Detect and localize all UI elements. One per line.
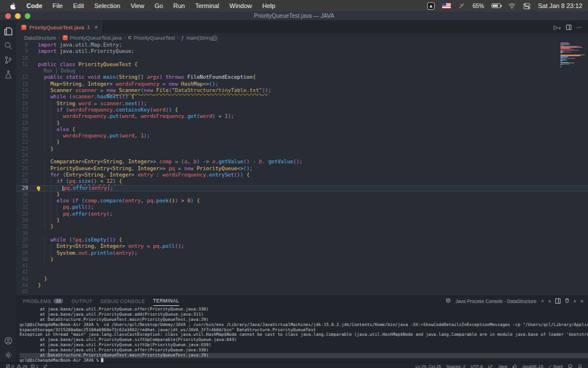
split-terminal-icon[interactable] bbox=[555, 298, 560, 304]
encoding[interactable]: UTF-8 bbox=[470, 364, 482, 368]
explorer-icon[interactable] bbox=[1, 24, 15, 39]
code-row[interactable]: 13 Map<String, Integer> wordsFrequency =… bbox=[16, 81, 588, 87]
tab-priorityqueuetest-java[interactable]: PriorityQueueTest.java 1 × bbox=[16, 21, 103, 33]
code-row[interactable]: 45 bbox=[16, 289, 588, 295]
line-number[interactable]: 36 bbox=[16, 231, 33, 237]
menu-item-edit[interactable]: Edit bbox=[68, 2, 89, 9]
line-number[interactable]: 17 bbox=[16, 107, 33, 113]
line-number[interactable]: 9 bbox=[16, 48, 33, 55]
line-number[interactable]: 21 bbox=[16, 133, 33, 139]
line-number[interactable]: 31 bbox=[16, 198, 33, 204]
code-row[interactable]: 14 Scanner scanner = new Scanner(new Fil… bbox=[16, 87, 588, 94]
line-number[interactable]: 34 bbox=[16, 217, 33, 224]
code-row[interactable]: 29 pq.offer(entry); bbox=[16, 185, 588, 191]
code-lens-run-debug[interactable]: Run | Debug bbox=[38, 68, 75, 74]
menu-item-view[interactable]: View bbox=[125, 2, 149, 9]
line-number[interactable]: 18 bbox=[16, 113, 33, 120]
code-row[interactable]: 28 if (pq.size() < 12) { bbox=[16, 178, 588, 185]
java-se-version[interactable]: JavaSE-15 bbox=[522, 364, 543, 368]
menu-bar-clock[interactable]: Sat Jan 8 23:12 bbox=[538, 2, 582, 9]
line-number[interactable]: 15 bbox=[16, 94, 33, 100]
line-number[interactable]: 10 bbox=[16, 55, 33, 62]
code-lens-row[interactable]: Run | Debug bbox=[16, 68, 588, 74]
line-number[interactable]: 44 bbox=[16, 282, 33, 289]
code-row[interactable]: 10 bbox=[16, 55, 588, 62]
code-row[interactable]: 42 bbox=[16, 269, 588, 275]
run-java-button[interactable]: ▷∨ bbox=[554, 24, 561, 30]
code-row[interactable]: 38 Entry<String, Integer> entry = pq.pol… bbox=[16, 243, 588, 250]
code-row[interactable]: 43 } bbox=[16, 276, 588, 282]
menu-item-window[interactable]: Window bbox=[225, 2, 257, 9]
eol-sequence[interactable]: LF bbox=[488, 364, 493, 368]
line-number[interactable]: 23 bbox=[16, 146, 33, 152]
input-source-flag-icon[interactable] bbox=[442, 3, 451, 9]
code-row[interactable]: 21 wordsFrequency.put(word, 1); bbox=[16, 133, 588, 139]
code-row[interactable]: 16 String word = scanner.next(); bbox=[16, 101, 588, 107]
code-row[interactable]: 34 } bbox=[16, 217, 588, 224]
close-panel-icon[interactable]: × bbox=[581, 298, 583, 304]
line-number[interactable]: 16 bbox=[16, 101, 33, 107]
code-row[interactable]: 8import java.util.Map.Entry; bbox=[16, 42, 588, 48]
line-number[interactable]: 11 bbox=[16, 62, 33, 68]
menu-item-selection[interactable]: Selection bbox=[89, 2, 125, 9]
spell-checker[interactable]: ✓ Spell bbox=[548, 364, 563, 368]
test-flask-icon[interactable] bbox=[1, 67, 15, 82]
menu-item-run[interactable]: Run bbox=[168, 2, 190, 9]
code-row[interactable]: 26 PriorityQueue<Entry<String, Integer>>… bbox=[16, 166, 588, 172]
line-number[interactable]: 26 bbox=[16, 166, 33, 172]
split-editor-icon[interactable] bbox=[566, 25, 571, 30]
line-number[interactable]: 33 bbox=[16, 211, 33, 217]
code-row[interactable]: 17 if (wordsFrequency.containsKey(word))… bbox=[16, 107, 588, 113]
line-number[interactable]: 28 bbox=[16, 178, 33, 185]
code-row[interactable]: 27 for (Entry<String, Integer> entry : w… bbox=[16, 172, 588, 178]
code-row[interactable]: 30 } bbox=[16, 191, 588, 198]
tab-close-icon[interactable]: × bbox=[95, 24, 98, 30]
wifi-icon[interactable] bbox=[508, 3, 516, 9]
code-row[interactable]: 25 Comparator<Entry<String, Integer>> co… bbox=[16, 159, 588, 165]
line-number[interactable]: 32 bbox=[16, 204, 33, 210]
code-row[interactable]: 35 } bbox=[16, 224, 588, 230]
kill-terminal-icon[interactable] bbox=[564, 298, 570, 304]
line-number[interactable]: 30 bbox=[16, 191, 33, 198]
line-number[interactable]: 24 bbox=[16, 152, 33, 159]
terminal-dropdown-icon[interactable]: ∨ bbox=[548, 299, 551, 304]
line-number[interactable]: 37 bbox=[16, 237, 33, 243]
search-icon[interactable] bbox=[1, 39, 15, 53]
new-terminal-icon[interactable]: + bbox=[541, 298, 544, 304]
breadcrumb-class[interactable]: PriorityQueueTest bbox=[134, 35, 175, 41]
terminal-line[interactable]: at DataStructure.PriorityQueueTest.main(… bbox=[20, 353, 588, 358]
close-window-button[interactable] bbox=[5, 13, 11, 19]
menu-item-code[interactable]: Code bbox=[21, 2, 48, 9]
line-number[interactable]: 13 bbox=[16, 81, 33, 87]
tab-output[interactable]: OUTPUT bbox=[71, 298, 92, 304]
code-row[interactable]: 36 bbox=[16, 231, 588, 237]
line-number[interactable]: 40 bbox=[16, 256, 33, 263]
code-editor[interactable]: 8import java.util.Map.Entry;9import java… bbox=[16, 42, 588, 296]
line-number[interactable]: 35 bbox=[16, 224, 33, 230]
line-number[interactable] bbox=[16, 68, 33, 74]
apple-logo-icon[interactable] bbox=[9, 2, 17, 10]
code-row[interactable]: 18 wordsFrequency.put(word, wordsFrequen… bbox=[16, 113, 588, 120]
lightbulb-icon[interactable] bbox=[37, 186, 40, 190]
line-number[interactable]: 45 bbox=[16, 289, 33, 295]
tab-problems[interactable]: PROBLEMS30 bbox=[23, 298, 63, 304]
feedback-smiley-icon[interactable] bbox=[568, 364, 572, 368]
line-number[interactable]: 41 bbox=[16, 263, 33, 269]
line-number[interactable]: 42 bbox=[16, 269, 33, 275]
code-row[interactable]: 32 pq.poll(); bbox=[16, 204, 588, 210]
menu-item-go[interactable]: Go bbox=[149, 2, 168, 9]
code-row[interactable]: 41 bbox=[16, 263, 588, 269]
line-number[interactable]: 43 bbox=[16, 276, 33, 282]
code-row[interactable]: 15 while (scanner.hasNext()) { bbox=[16, 94, 588, 100]
line-number[interactable]: 19 bbox=[16, 120, 33, 126]
notifications-bell-icon[interactable] bbox=[578, 364, 582, 368]
line-number[interactable]: 20 bbox=[16, 126, 33, 133]
app-indicator-icon[interactable]: ▲ bbox=[427, 2, 435, 10]
code-row[interactable]: 12 public static void main(String[] args… bbox=[16, 74, 588, 80]
code-row[interactable]: 11public class PriorityQueueTest { bbox=[16, 62, 588, 68]
zoom-window-button[interactable] bbox=[25, 13, 30, 19]
code-row[interactable]: 37 while (!pq.isEmpty()) { bbox=[16, 237, 588, 243]
minimap[interactable] bbox=[560, 43, 586, 68]
menu-item-file[interactable]: File bbox=[48, 2, 68, 9]
breadcrumb-folder[interactable]: DataStructure bbox=[24, 35, 56, 41]
